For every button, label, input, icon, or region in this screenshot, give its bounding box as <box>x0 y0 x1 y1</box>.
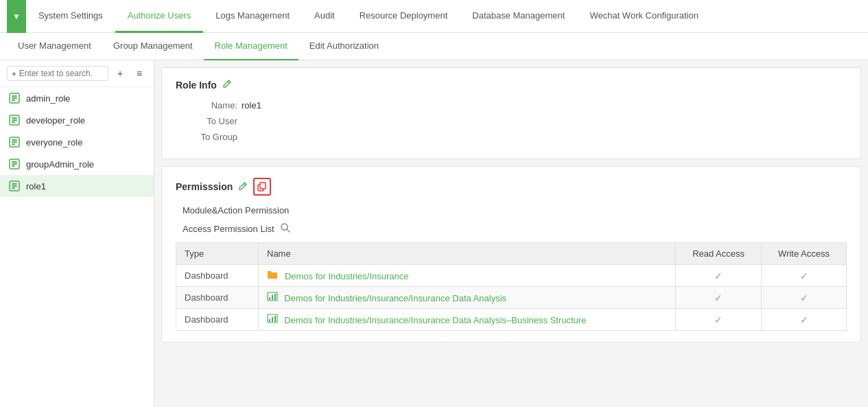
to-group-label: To Group <box>189 132 237 142</box>
subnav-edit-authorization[interactable]: Edit Authorization <box>298 33 390 60</box>
subnav-role-management[interactable]: Role Management <box>204 33 298 60</box>
add-role-button[interactable]: + <box>113 66 128 81</box>
sidebar-item-developer-role[interactable]: developer_role <box>0 109 154 131</box>
folder-icon <box>267 270 281 281</box>
row-read-access: ✓ <box>676 265 762 287</box>
access-list-label: Access Permission List <box>183 224 274 234</box>
role-icon <box>8 180 21 192</box>
sidebar-item-admin-role[interactable]: admin_role <box>0 87 154 109</box>
chart-icon <box>267 294 280 303</box>
sidebar-item-label: groupAdmin_role <box>26 159 94 170</box>
check-icon: ✓ <box>800 270 808 281</box>
check-icon: ✓ <box>714 314 723 325</box>
name-label: Name: <box>189 100 237 111</box>
svg-rect-3 <box>12 100 15 101</box>
svg-rect-9 <box>12 139 17 141</box>
nav-resource-deployment[interactable]: Resource Deployment <box>347 0 460 33</box>
row-write-access: ✓ <box>762 265 847 287</box>
sidebar-toolbar: ● + ≡ <box>0 60 154 87</box>
name-value: role1 <box>242 100 261 111</box>
svg-rect-19 <box>12 187 15 189</box>
role-icon <box>8 92 21 104</box>
to-user-label: To User <box>189 116 237 126</box>
col-header-name: Name <box>259 243 676 265</box>
svg-rect-18 <box>12 185 17 187</box>
sidebar-item-label: role1 <box>26 181 46 191</box>
table-row: Dashboard Demos for Industries/In <box>176 309 847 331</box>
check-icon: ✓ <box>714 270 723 281</box>
svg-rect-26 <box>274 294 276 300</box>
search-input[interactable] <box>19 69 104 78</box>
nav-wechat-work-configuration[interactable]: Wechat Work Configuration <box>577 0 710 33</box>
table-row: Dashboard Demos for Industries/Insurance… <box>176 265 847 287</box>
role-icon <box>8 136 21 148</box>
svg-rect-11 <box>12 143 15 145</box>
top-navigation: ▼ System Settings Authorize Users Logs M… <box>0 0 868 33</box>
svg-rect-1 <box>12 95 17 97</box>
module-action-label: Module&Action Permission <box>176 205 847 216</box>
sidebar-item-role1[interactable]: role1 <box>0 175 154 197</box>
row-type: Dashboard <box>176 287 259 309</box>
subnav-group-management[interactable]: Group Management <box>102 33 204 60</box>
permissions-table: Type Name Read Access Write Access Dashb… <box>176 242 847 331</box>
row-read-access: ✓ <box>676 287 762 309</box>
search-permission-icon[interactable] <box>280 222 291 235</box>
sidebar-item-groupadmin-role[interactable]: groupAdmin_role <box>0 153 154 175</box>
nav-logs-management[interactable]: Logs Management <box>203 0 302 33</box>
permission-edit-icon[interactable] <box>238 181 248 193</box>
roles-list: admin_role developer_role <box>0 87 154 407</box>
row-name-link[interactable]: Demos for Industries/Insurance/Insurance… <box>284 315 586 325</box>
row-name: Demos for Industries/Insurance/Insurance… <box>259 309 676 331</box>
main-content: Role Info Name: role1 To User To Group <box>154 60 868 407</box>
role-icon <box>8 158 21 170</box>
row-name-link[interactable]: Demos for Industries/Insurance/Insurance… <box>284 293 506 303</box>
search-box[interactable]: ● <box>7 66 108 81</box>
main-layout: ● + ≡ admin_role <box>0 60 868 407</box>
nav-authorize-users[interactable]: Authorize Users <box>115 0 203 33</box>
nav-system-settings[interactable]: System Settings <box>26 0 115 33</box>
sidebar-item-label: everyone_role <box>26 137 82 148</box>
svg-rect-24 <box>269 297 270 300</box>
svg-rect-28 <box>269 319 270 322</box>
subnav-user-management[interactable]: User Management <box>7 33 102 60</box>
svg-rect-25 <box>272 295 273 300</box>
sub-navigation: User Management Group Management Role Ma… <box>0 33 868 60</box>
menu-button[interactable]: ≡ <box>132 66 147 81</box>
sidebar-item-label: developer_role <box>26 115 85 126</box>
sidebar-item-label: admin_role <box>26 93 70 104</box>
nav-dropdown-button[interactable]: ▼ <box>7 0 26 33</box>
check-icon: ✓ <box>800 292 808 303</box>
svg-rect-21 <box>260 183 266 189</box>
row-name-link[interactable]: Demos for Industries/Insurance <box>285 271 409 281</box>
check-icon: ✓ <box>800 314 808 325</box>
sidebar-item-everyone-role[interactable]: everyone_role <box>0 131 154 153</box>
svg-rect-30 <box>274 316 276 322</box>
sidebar: ● + ≡ admin_role <box>0 60 154 407</box>
row-write-access: ✓ <box>762 309 847 331</box>
svg-rect-17 <box>12 183 17 185</box>
row-name: Demos for Industries/Insurance/Insurance… <box>259 287 676 309</box>
svg-rect-6 <box>12 119 17 121</box>
role-icon <box>8 114 21 126</box>
row-type: Dashboard <box>176 265 259 287</box>
nav-audit[interactable]: Audit <box>302 0 347 33</box>
row-read-access: ✓ <box>676 309 762 331</box>
permission-title: Permisssion <box>176 181 233 192</box>
role-info-edit-icon[interactable] <box>222 79 232 91</box>
to-user-row: To User <box>176 116 847 126</box>
search-icon: ● <box>12 69 16 78</box>
svg-rect-5 <box>12 117 17 119</box>
svg-rect-14 <box>12 163 17 165</box>
permission-header: Permisssion <box>176 178 847 196</box>
access-list-header: Access Permission List <box>176 222 847 235</box>
row-write-access: ✓ <box>762 287 847 309</box>
copy-permission-button[interactable] <box>253 178 271 196</box>
svg-rect-7 <box>12 121 15 123</box>
role-info-header: Role Info <box>176 79 847 91</box>
permission-card: Permisssion Module&Action Permission A <box>161 166 861 342</box>
svg-rect-10 <box>12 141 17 143</box>
nav-database-management[interactable]: Database Management <box>460 0 577 33</box>
row-name: Demos for Industries/Insurance <box>259 265 676 287</box>
col-header-type: Type <box>176 243 259 265</box>
col-header-read: Read Access <box>676 243 762 265</box>
